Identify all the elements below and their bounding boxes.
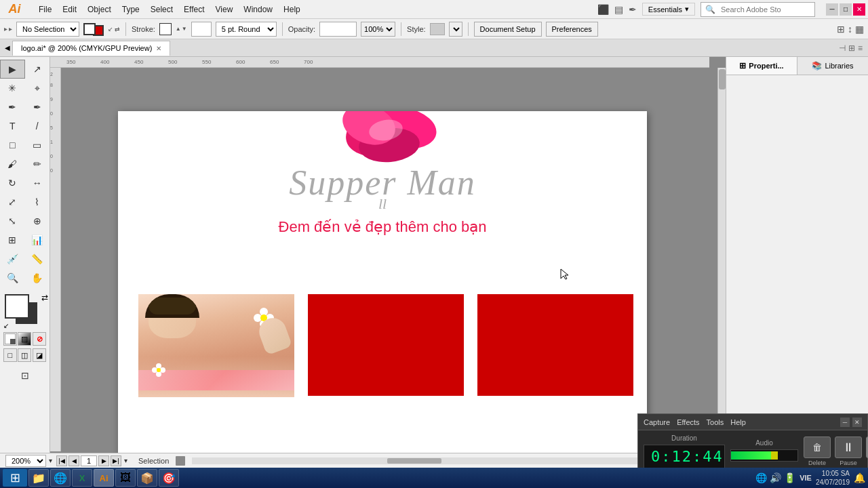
- menu-view[interactable]: View: [210, 3, 239, 16]
- zoom-tool[interactable]: 🔍: [0, 268, 25, 287]
- foreground-color-swatch[interactable]: [5, 294, 29, 319]
- zoom-dropdown-arrow[interactable]: ▾: [49, 457, 52, 464]
- eyedropper-tool[interactable]: 💉: [0, 249, 25, 268]
- hand-tool[interactable]: ✋: [25, 268, 50, 287]
- menu-icon[interactable]: ≡: [858, 43, 863, 53]
- document-setup-button[interactable]: Document Setup: [474, 22, 542, 37]
- type-tool[interactable]: T: [0, 117, 25, 136]
- canvas-area[interactable]: 350 400 450 500 550 600 650 700 2 8 9 0 …: [50, 57, 726, 468]
- properties-tab[interactable]: ⊞ Properti...: [726, 57, 797, 75]
- taskbar-file-explorer[interactable]: 📁: [28, 469, 49, 487]
- first-page-button[interactable]: |◀: [56, 455, 67, 466]
- maximize-button[interactable]: □: [840, 3, 852, 16]
- none-btn[interactable]: ⊘: [33, 332, 46, 346]
- tab-left-arrow[interactable]: ◀: [3, 39, 12, 56]
- prev-page-button[interactable]: ◀: [68, 455, 79, 466]
- free-transform-tool[interactable]: ⤡: [0, 211, 25, 230]
- close-button[interactable]: ✕: [853, 3, 865, 16]
- last-page-button[interactable]: ▶|: [111, 455, 121, 466]
- warp-tool[interactable]: ⌇: [25, 192, 50, 211]
- menu-file[interactable]: File: [33, 3, 57, 16]
- menu-select[interactable]: Select: [145, 3, 178, 16]
- network-icon[interactable]: 🌐: [755, 472, 767, 483]
- language-indicator[interactable]: VIE: [800, 474, 812, 482]
- menu-object[interactable]: Object: [82, 3, 117, 16]
- capture-menu-help[interactable]: Help: [730, 418, 746, 426]
- arrange-icon[interactable]: ↕: [848, 24, 852, 35]
- rotate-tool[interactable]: ↻: [0, 174, 25, 192]
- grid-icon[interactable]: ▦: [855, 24, 864, 35]
- notification-button[interactable]: 🔔: [854, 472, 865, 483]
- rounded-rect-tool[interactable]: ▭: [25, 136, 50, 155]
- taskbar-illustrator[interactable]: Ai: [94, 469, 114, 487]
- preferences-button[interactable]: Preferences: [546, 22, 598, 37]
- document-tab[interactable]: logo.ai* @ 200% (CMYK/GPU Preview) ✕: [12, 41, 170, 56]
- draw-mode-normal[interactable]: □: [3, 348, 17, 362]
- stroke-style-dropdown[interactable]: 5 pt. Round: [216, 22, 277, 37]
- minimize-button[interactable]: ─: [826, 3, 838, 16]
- stroke-value-input[interactable]: [191, 22, 212, 37]
- magic-wand-tool[interactable]: ✳: [0, 79, 25, 98]
- shape-builder-tool[interactable]: ⊞: [0, 230, 25, 249]
- menu-effect[interactable]: Effect: [178, 3, 210, 16]
- capture-menu-capture[interactable]: Capture: [644, 418, 670, 426]
- menu-window[interactable]: Window: [238, 3, 278, 16]
- taskbar-right: 🌐 🔊 🔋 VIE 10:05 SA 24/07/2019 🔔: [755, 469, 865, 487]
- none-fill-btn[interactable]: [3, 332, 17, 346]
- measure-tool[interactable]: 📏: [25, 249, 50, 268]
- reflect-tool[interactable]: ↔: [25, 174, 50, 192]
- taskbar-photos[interactable]: 🖼: [115, 469, 136, 487]
- graph-tool[interactable]: 📊: [25, 230, 50, 249]
- taskbar-browser[interactable]: 🌐: [50, 469, 71, 487]
- volume-icon[interactable]: 🔊: [770, 472, 781, 483]
- add-anchor-tool[interactable]: ✒: [25, 98, 50, 117]
- paintbrush-tool[interactable]: 🖌: [0, 155, 25, 174]
- taskbar-excel[interactable]: X: [72, 469, 92, 487]
- align-icon[interactable]: ⊞: [837, 24, 845, 35]
- menu-type[interactable]: Type: [117, 3, 145, 16]
- taskbar-package[interactable]: 📦: [137, 469, 157, 487]
- artboard-nav-button[interactable]: [176, 456, 185, 466]
- panel-collapse-icon[interactable]: ⊣: [839, 43, 846, 53]
- draw-mode-inside[interactable]: ◪: [33, 348, 46, 362]
- battery-icon[interactable]: 🔋: [784, 472, 795, 483]
- zoom-select[interactable]: 200%: [5, 455, 46, 467]
- draw-mode-back[interactable]: ◫: [18, 348, 31, 362]
- reset-colors-icon[interactable]: ↙: [3, 322, 9, 329]
- delete-button[interactable]: 🗑: [804, 436, 831, 458]
- essentials-dropdown[interactable]: Essentials ▾: [642, 3, 695, 16]
- next-page-button[interactable]: ▶: [98, 455, 109, 466]
- rectangle-tool[interactable]: □: [0, 136, 25, 155]
- scale-tool[interactable]: ⤢: [0, 192, 25, 211]
- selection-dropdown[interactable]: No Selection: [16, 22, 79, 37]
- capture-minimize-button[interactable]: ─: [840, 418, 850, 427]
- capture-menu-tools[interactable]: Tools: [707, 418, 724, 426]
- menu-help[interactable]: Help: [278, 3, 306, 16]
- pause-button[interactable]: ⏸: [835, 436, 862, 458]
- libraries-tab[interactable]: 📚 Libraries: [797, 57, 868, 75]
- menu-edit[interactable]: Edit: [57, 3, 82, 16]
- vertical-scrollbar[interactable]: [717, 68, 726, 460]
- taskbar-extra[interactable]: 🎯: [159, 469, 179, 487]
- capture-menu-effects[interactable]: Effects: [677, 418, 699, 426]
- page-dropdown-arrow[interactable]: ▾: [124, 457, 127, 464]
- search-input[interactable]: [715, 4, 810, 15]
- capture-close-button[interactable]: ✕: [852, 418, 862, 427]
- style-dropdown[interactable]: [449, 22, 462, 37]
- selection-tool[interactable]: ▶: [0, 60, 25, 79]
- direct-selection-tool[interactable]: ↗: [25, 60, 50, 79]
- gradient-btn[interactable]: ▨: [18, 332, 31, 346]
- page-number-input[interactable]: [81, 455, 97, 466]
- swap-colors-icon[interactable]: ⇄: [41, 293, 48, 302]
- pen-tool[interactable]: ✒: [0, 98, 25, 117]
- start-button[interactable]: ⊞: [3, 469, 27, 487]
- pencil-tool[interactable]: ✏: [25, 155, 50, 174]
- opacity-dropdown[interactable]: 100%: [361, 22, 395, 37]
- puppet-warp-tool[interactable]: ⊕: [25, 211, 50, 230]
- opacity-input[interactable]: [319, 22, 357, 37]
- line-tool[interactable]: /: [25, 117, 50, 136]
- lasso-tool[interactable]: ⌖: [25, 79, 50, 98]
- tab-close-button[interactable]: ✕: [156, 45, 161, 52]
- arrange-windows-icon[interactable]: ⊞: [848, 43, 855, 53]
- artboard-tool[interactable]: ⊡: [0, 366, 50, 385]
